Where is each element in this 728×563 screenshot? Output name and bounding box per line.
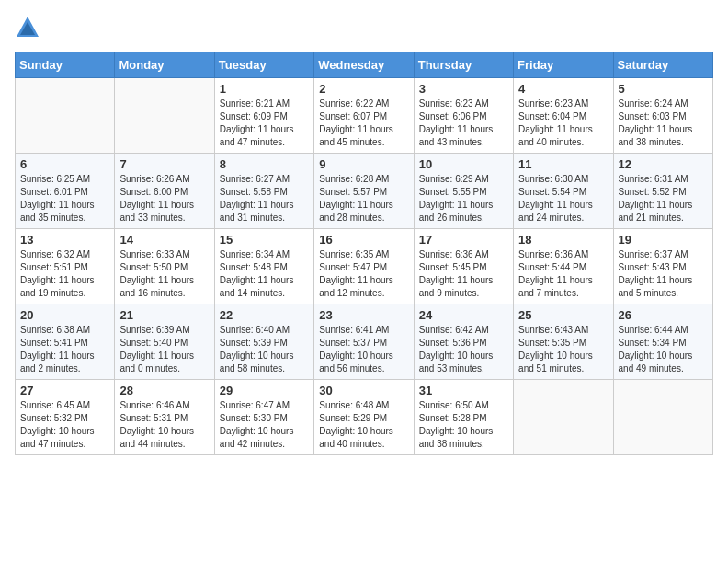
calendar-cell: 11Sunrise: 6:30 AM Sunset: 5:54 PM Dayli… bbox=[514, 154, 613, 229]
day-number: 31 bbox=[419, 384, 508, 397]
calendar-cell: 27Sunrise: 6:45 AM Sunset: 5:32 PM Dayli… bbox=[16, 380, 115, 455]
day-number: 15 bbox=[220, 233, 309, 247]
day-info: Sunrise: 6:40 AM Sunset: 5:39 PM Dayligh… bbox=[220, 324, 309, 375]
day-number: 4 bbox=[518, 82, 608, 96]
calendar-cell: 31Sunrise: 6:50 AM Sunset: 5:28 PM Dayli… bbox=[414, 380, 513, 455]
day-info: Sunrise: 6:35 AM Sunset: 5:47 PM Dayligh… bbox=[319, 248, 408, 300]
day-info: Sunrise: 6:31 AM Sunset: 5:52 PM Dayligh… bbox=[619, 173, 708, 224]
calendar-cell: 14Sunrise: 6:33 AM Sunset: 5:50 PM Dayli… bbox=[115, 229, 214, 304]
weekday-header-thursday: Thursday bbox=[414, 52, 513, 78]
calendar-cell: 3Sunrise: 6:23 AM Sunset: 6:06 PM Daylig… bbox=[414, 78, 513, 154]
calendar-cell: 24Sunrise: 6:42 AM Sunset: 5:36 PM Dayli… bbox=[414, 304, 513, 380]
calendar-cell: 18Sunrise: 6:36 AM Sunset: 5:44 PM Dayli… bbox=[514, 229, 613, 304]
day-info: Sunrise: 6:22 AM Sunset: 6:07 PM Dayligh… bbox=[319, 98, 408, 149]
day-info: Sunrise: 6:30 AM Sunset: 5:54 PM Dayligh… bbox=[518, 173, 608, 224]
day-number: 5 bbox=[619, 82, 708, 96]
calendar-table: SundayMondayTuesdayWednesdayThursdayFrid… bbox=[15, 52, 713, 455]
weekday-header-sunday: Sunday bbox=[16, 52, 115, 78]
calendar-cell: 23Sunrise: 6:41 AM Sunset: 5:37 PM Dayli… bbox=[314, 304, 414, 380]
day-number: 24 bbox=[419, 308, 508, 322]
logo bbox=[15, 15, 44, 40]
day-number: 23 bbox=[319, 308, 408, 322]
day-info: Sunrise: 6:39 AM Sunset: 5:40 PM Dayligh… bbox=[119, 324, 209, 375]
day-info: Sunrise: 6:33 AM Sunset: 5:50 PM Dayligh… bbox=[119, 248, 209, 300]
calendar-cell: 13Sunrise: 6:32 AM Sunset: 5:51 PM Dayli… bbox=[16, 229, 115, 304]
calendar-week-5: 27Sunrise: 6:45 AM Sunset: 5:32 PM Dayli… bbox=[16, 380, 713, 455]
weekday-header-wednesday: Wednesday bbox=[314, 52, 414, 78]
logo-icon bbox=[15, 15, 40, 40]
day-info: Sunrise: 6:32 AM Sunset: 5:51 PM Dayligh… bbox=[20, 248, 109, 300]
day-info: Sunrise: 6:42 AM Sunset: 5:36 PM Dayligh… bbox=[419, 324, 508, 375]
calendar-cell bbox=[115, 78, 214, 154]
calendar-cell: 8Sunrise: 6:27 AM Sunset: 5:58 PM Daylig… bbox=[214, 154, 313, 229]
day-number: 26 bbox=[619, 308, 708, 322]
calendar-cell: 16Sunrise: 6:35 AM Sunset: 5:47 PM Dayli… bbox=[314, 229, 414, 304]
calendar-cell: 10Sunrise: 6:29 AM Sunset: 5:55 PM Dayli… bbox=[414, 154, 513, 229]
calendar-cell: 30Sunrise: 6:48 AM Sunset: 5:29 PM Dayli… bbox=[314, 380, 414, 455]
calendar-cell bbox=[613, 380, 712, 455]
day-number: 30 bbox=[319, 384, 408, 397]
day-number: 8 bbox=[220, 157, 309, 171]
day-number: 16 bbox=[319, 233, 408, 247]
day-number: 12 bbox=[619, 157, 708, 171]
day-number: 25 bbox=[518, 308, 608, 322]
weekday-header-monday: Monday bbox=[115, 52, 214, 78]
day-number: 19 bbox=[619, 233, 708, 247]
day-number: 3 bbox=[419, 82, 508, 96]
day-info: Sunrise: 6:36 AM Sunset: 5:44 PM Dayligh… bbox=[518, 248, 608, 300]
calendar-week-1: 1Sunrise: 6:21 AM Sunset: 6:09 PM Daylig… bbox=[16, 78, 713, 154]
calendar-cell: 6Sunrise: 6:25 AM Sunset: 6:01 PM Daylig… bbox=[16, 154, 115, 229]
calendar-header-row: SundayMondayTuesdayWednesdayThursdayFrid… bbox=[16, 52, 713, 78]
day-info: Sunrise: 6:34 AM Sunset: 5:48 PM Dayligh… bbox=[220, 248, 309, 300]
day-info: Sunrise: 6:27 AM Sunset: 5:58 PM Dayligh… bbox=[220, 173, 309, 224]
day-info: Sunrise: 6:21 AM Sunset: 6:09 PM Dayligh… bbox=[220, 98, 309, 149]
day-info: Sunrise: 6:41 AM Sunset: 5:37 PM Dayligh… bbox=[319, 324, 408, 375]
day-number: 10 bbox=[419, 157, 508, 171]
day-number: 13 bbox=[20, 233, 109, 247]
day-info: Sunrise: 6:37 AM Sunset: 5:43 PM Dayligh… bbox=[619, 248, 708, 300]
day-number: 9 bbox=[319, 157, 408, 171]
weekday-header-saturday: Saturday bbox=[613, 52, 712, 78]
calendar-cell: 20Sunrise: 6:38 AM Sunset: 5:41 PM Dayli… bbox=[16, 304, 115, 380]
day-number: 2 bbox=[319, 82, 408, 96]
calendar-cell: 4Sunrise: 6:23 AM Sunset: 6:04 PM Daylig… bbox=[514, 78, 613, 154]
weekday-header-friday: Friday bbox=[514, 52, 613, 78]
day-number: 7 bbox=[119, 157, 209, 171]
calendar-cell: 9Sunrise: 6:28 AM Sunset: 5:57 PM Daylig… bbox=[314, 154, 414, 229]
day-info: Sunrise: 6:25 AM Sunset: 6:01 PM Dayligh… bbox=[20, 173, 109, 224]
day-info: Sunrise: 6:47 AM Sunset: 5:30 PM Dayligh… bbox=[220, 399, 309, 451]
calendar-cell: 26Sunrise: 6:44 AM Sunset: 5:34 PM Dayli… bbox=[613, 304, 712, 380]
calendar-cell bbox=[514, 380, 613, 455]
calendar-cell: 1Sunrise: 6:21 AM Sunset: 6:09 PM Daylig… bbox=[214, 78, 313, 154]
day-number: 27 bbox=[20, 384, 109, 397]
day-number: 11 bbox=[518, 157, 608, 171]
calendar-cell: 25Sunrise: 6:43 AM Sunset: 5:35 PM Dayli… bbox=[514, 304, 613, 380]
day-info: Sunrise: 6:24 AM Sunset: 6:03 PM Dayligh… bbox=[619, 98, 708, 149]
calendar-cell: 7Sunrise: 6:26 AM Sunset: 6:00 PM Daylig… bbox=[115, 154, 214, 229]
day-number: 21 bbox=[119, 308, 209, 322]
calendar-cell: 21Sunrise: 6:39 AM Sunset: 5:40 PM Dayli… bbox=[115, 304, 214, 380]
calendar-cell: 12Sunrise: 6:31 AM Sunset: 5:52 PM Dayli… bbox=[613, 154, 712, 229]
calendar-week-2: 6Sunrise: 6:25 AM Sunset: 6:01 PM Daylig… bbox=[16, 154, 713, 229]
calendar-cell bbox=[16, 78, 115, 154]
calendar-cell: 2Sunrise: 6:22 AM Sunset: 6:07 PM Daylig… bbox=[314, 78, 414, 154]
day-info: Sunrise: 6:45 AM Sunset: 5:32 PM Dayligh… bbox=[20, 399, 109, 451]
calendar-cell: 17Sunrise: 6:36 AM Sunset: 5:45 PM Dayli… bbox=[414, 229, 513, 304]
calendar-cell: 28Sunrise: 6:46 AM Sunset: 5:31 PM Dayli… bbox=[115, 380, 214, 455]
calendar-week-3: 13Sunrise: 6:32 AM Sunset: 5:51 PM Dayli… bbox=[16, 229, 713, 304]
day-info: Sunrise: 6:38 AM Sunset: 5:41 PM Dayligh… bbox=[20, 324, 109, 375]
day-number: 22 bbox=[220, 308, 309, 322]
calendar-cell: 22Sunrise: 6:40 AM Sunset: 5:39 PM Dayli… bbox=[214, 304, 313, 380]
day-number: 20 bbox=[20, 308, 109, 322]
day-info: Sunrise: 6:36 AM Sunset: 5:45 PM Dayligh… bbox=[419, 248, 508, 300]
calendar-cell: 5Sunrise: 6:24 AM Sunset: 6:03 PM Daylig… bbox=[613, 78, 712, 154]
calendar-cell: 15Sunrise: 6:34 AM Sunset: 5:48 PM Dayli… bbox=[214, 229, 313, 304]
day-number: 6 bbox=[20, 157, 109, 171]
day-info: Sunrise: 6:44 AM Sunset: 5:34 PM Dayligh… bbox=[619, 324, 708, 375]
day-info: Sunrise: 6:26 AM Sunset: 6:00 PM Dayligh… bbox=[119, 173, 209, 224]
day-info: Sunrise: 6:23 AM Sunset: 6:06 PM Dayligh… bbox=[419, 98, 508, 149]
calendar-week-4: 20Sunrise: 6:38 AM Sunset: 5:41 PM Dayli… bbox=[16, 304, 713, 380]
day-info: Sunrise: 6:23 AM Sunset: 6:04 PM Dayligh… bbox=[518, 98, 608, 149]
day-number: 1 bbox=[220, 82, 309, 96]
calendar-cell: 19Sunrise: 6:37 AM Sunset: 5:43 PM Dayli… bbox=[613, 229, 712, 304]
